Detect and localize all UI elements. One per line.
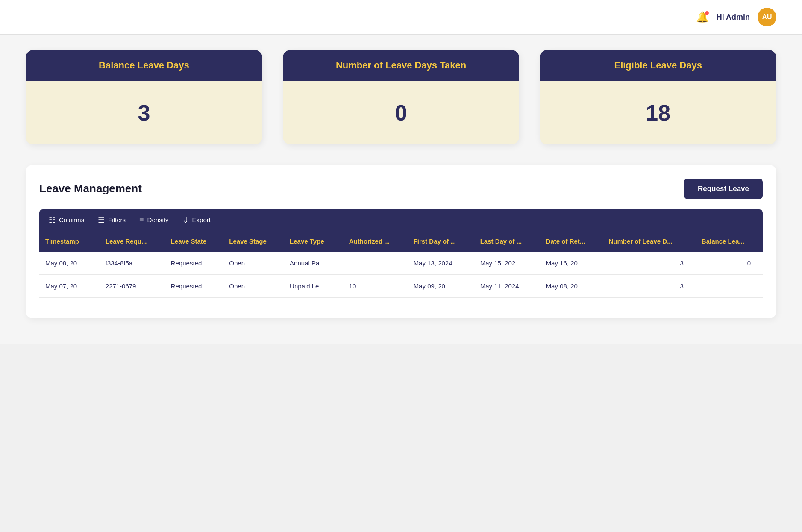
columns-button[interactable]: ☷ Columns [49,215,84,225]
request-leave-button[interactable]: Request Leave [684,179,763,199]
eligible-leave-body: 18 [540,81,776,144]
greeting-text: Hi Admin [717,13,750,22]
header-right: 🔔 Hi Admin AU [696,8,776,26]
cell-num-leave-days-1: 3 [602,252,695,275]
col-balance-leave: Balance Lea... [696,231,763,252]
table-toolbar: ☷ Columns ☰ Filters ≡ Density ⇓ Export [39,209,763,231]
density-label: Density [147,216,169,223]
export-button[interactable]: ⇓ Export [182,215,211,225]
notification-dot [705,11,709,15]
col-first-day: First Day of ... [408,231,474,252]
cell-leave-stage-1: Open [223,252,284,275]
cell-authorized-1 [343,252,408,275]
density-button[interactable]: ≡ Density [139,215,169,224]
cell-date-return-1: May 16, 20... [540,252,603,275]
cell-leave-state-2: Requested [165,274,223,297]
filters-button[interactable]: ☰ Filters [98,215,126,225]
leave-mgmt-header: Leave Management Request Leave [39,179,763,199]
leave-taken-header: Number of Leave Days Taken [283,50,520,81]
leave-taken-value: 0 [395,100,407,126]
notification-bell-wrap[interactable]: 🔔 [696,11,709,23]
cell-first-day-1: May 13, 2024 [408,252,474,275]
cell-timestamp-1: May 08, 20... [39,252,100,275]
balance-leave-header: Balance Leave Days [26,50,262,81]
cell-leave-type-2: Unpaid Le... [284,274,343,297]
cell-authorized-2: 10 [343,274,408,297]
avatar[interactable]: AU [758,8,776,26]
cell-leave-stage-2: Open [223,274,284,297]
leave-taken-card: Number of Leave Days Taken 0 [283,50,520,144]
balance-leave-value: 3 [138,100,150,126]
export-label: Export [192,216,211,223]
col-leave-stage: Leave Stage [223,231,284,252]
col-leave-request: Leave Requ... [100,231,165,252]
cell-first-day-2: May 09, 20... [408,274,474,297]
balance-leave-body: 3 [26,81,262,144]
col-last-day: Last Day of ... [474,231,540,252]
eligible-leave-value: 18 [646,100,670,126]
cell-last-day-2: May 11, 2024 [474,274,540,297]
cell-last-day-1: May 15, 202... [474,252,540,275]
table-row: May 08, 20... f334-8f5a Requested Open A… [39,252,763,275]
balance-leave-card: Balance Leave Days 3 [26,50,262,144]
col-leave-type: Leave Type [284,231,343,252]
density-icon: ≡ [139,215,144,224]
header: 🔔 Hi Admin AU [0,0,802,35]
cell-date-return-2: May 08, 20... [540,274,603,297]
columns-label: Columns [59,216,84,223]
col-timestamp: Timestamp [39,231,100,252]
main-content: Balance Leave Days 3 Number of Leave Day… [0,35,802,344]
filters-label: Filters [108,216,126,223]
leave-management-section: Leave Management Request Leave ☷ Columns… [26,165,776,318]
cell-leave-request-2: 2271-0679 [100,274,165,297]
filters-icon: ☰ [98,215,105,225]
leave-taken-body: 0 [283,81,520,144]
col-date-return: Date of Ret... [540,231,603,252]
export-icon: ⇓ [182,215,189,225]
cell-leave-type-1: Annual Pai... [284,252,343,275]
table-header-row: Timestamp Leave Requ... Leave State Leav… [39,231,763,252]
cell-balance-leave-1: 0 [696,252,763,275]
leave-mgmt-title: Leave Management [39,182,142,195]
cell-balance-leave-2 [696,274,763,297]
col-leave-state: Leave State [165,231,223,252]
cell-timestamp-2: May 07, 20... [39,274,100,297]
table-row: May 07, 20... 2271-0679 Requested Open U… [39,274,763,297]
cell-num-leave-days-2: 3 [602,274,695,297]
col-authorized: Authorized ... [343,231,408,252]
stats-row: Balance Leave Days 3 Number of Leave Day… [26,50,776,144]
eligible-leave-header: Eligible Leave Days [540,50,776,81]
leave-table: Timestamp Leave Requ... Leave State Leav… [39,231,763,298]
eligible-leave-card: Eligible Leave Days 18 [540,50,776,144]
cell-leave-request-1: f334-8f5a [100,252,165,275]
col-num-leave-days: Number of Leave D... [602,231,695,252]
columns-icon: ☷ [49,215,56,225]
cell-leave-state-1: Requested [165,252,223,275]
